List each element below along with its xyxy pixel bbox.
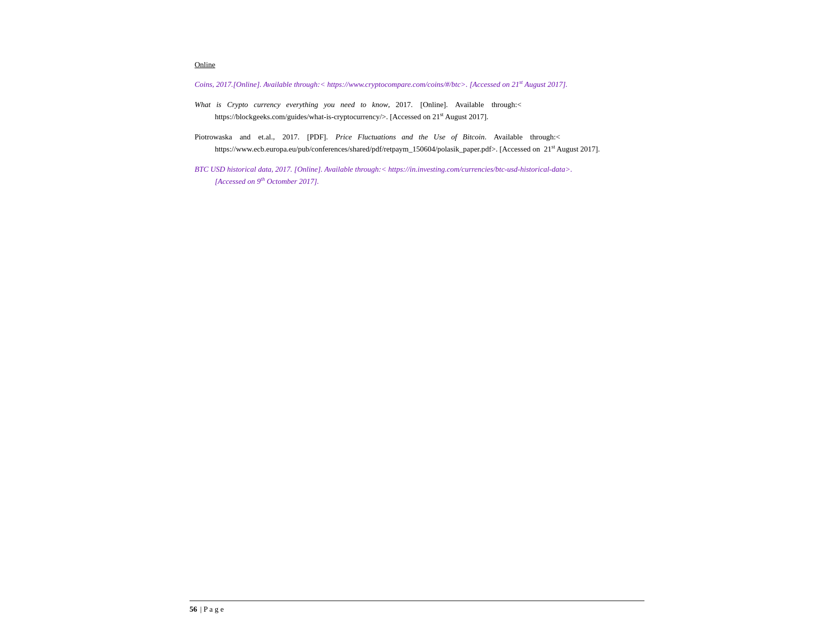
btc-usd-text: BTC USD historical data, 2017. [Online].… <box>195 165 639 187</box>
reference-btc-usd: BTC USD historical data, 2017. [Online].… <box>195 163 639 187</box>
reference-piotrowaska: Piotrowaska and et.al., 2017. [PDF]. Pri… <box>195 131 639 155</box>
page-footer: 56 | P a g e <box>190 601 644 614</box>
coins-title: Coins <box>195 80 212 88</box>
page-label: | P a g e <box>200 605 224 614</box>
what-is-crypto-text: What is Crypto currency everything you n… <box>195 101 388 109</box>
btc-usd-title: BTC USD historical data <box>195 165 271 173</box>
section-heading: Online <box>195 61 639 69</box>
main-content: Online Coins, 2017.[Online]. Available t… <box>190 40 644 601</box>
page-number: 56 <box>190 605 197 614</box>
what-is-crypto-url: https://blockgeeks.com/guides/what-is-cr… <box>215 111 639 123</box>
reference-coins: Coins, 2017.[Online]. Available through:… <box>195 78 639 90</box>
btc-usd-accessed: [Accessed on 9th Octomber 2017]. <box>215 175 639 187</box>
coins-text: Coins, 2017.[Online]. Available through:… <box>195 80 568 88</box>
piotrowaska-url: https://www.ecb.europa.eu/pub/conference… <box>215 143 639 155</box>
page: Online Coins, 2017.[Online]. Available t… <box>190 0 644 644</box>
reference-what-is-crypto: What is Crypto currency everything you n… <box>195 98 639 123</box>
piotrowaska-title: Price Fluctuations and the Use of Bitcoi… <box>336 133 485 141</box>
